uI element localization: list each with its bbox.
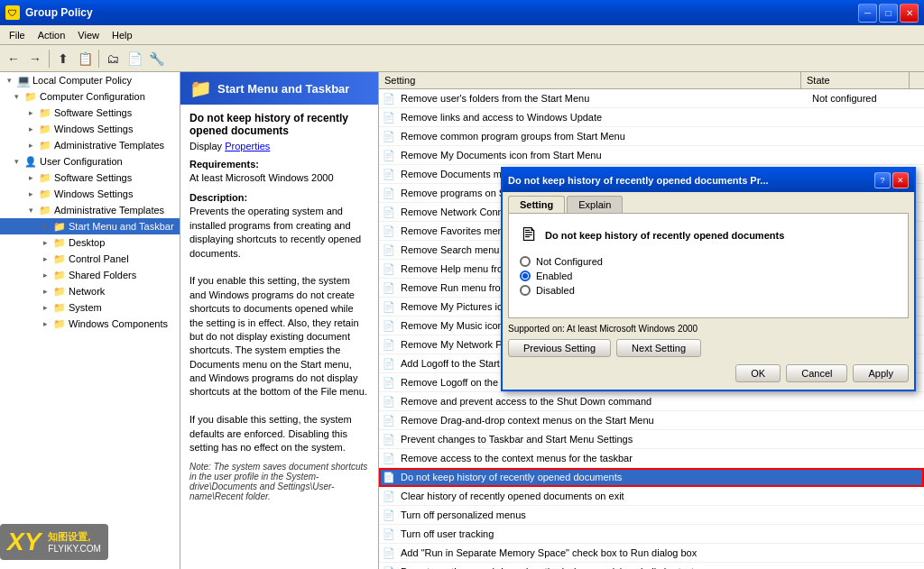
radio-btn-disabled[interactable] <box>520 285 531 296</box>
dialog-setting-header: 🖹 Do not keep history of recently opened… <box>520 225 897 245</box>
watermark: XY 知图设置, FLYIKY.COM <box>0 524 108 560</box>
dialog-tab-explain[interactable]: Explain <box>567 196 623 213</box>
previous-setting-button[interactable]: Previous Setting <box>508 339 611 357</box>
dialog-overlay: Do not keep history of recently opened d… <box>0 0 924 569</box>
dialog-content: 🖹 Do not keep history of recently opened… <box>508 213 909 318</box>
watermark-url: FLYIKY.COM <box>48 544 101 554</box>
dialog-close-button[interactable]: ✕ <box>892 172 909 188</box>
apply-button[interactable]: Apply <box>853 364 909 382</box>
watermark-xy: XY <box>7 528 41 556</box>
dialog-setting-icon: 🖹 <box>520 225 538 245</box>
radio-btn-not-configured[interactable] <box>520 256 531 267</box>
dialog-setting-title: Do not keep history of recently opened d… <box>545 230 784 241</box>
radio-disabled[interactable]: Disabled <box>520 285 897 296</box>
dialog-title-text: Do not keep history of recently opened d… <box>508 175 871 186</box>
dialog-supported-text: At least Microsoft Windows 2000 <box>567 324 698 334</box>
dialog-tabs: Setting Explain <box>503 192 914 213</box>
watermark-text1: 知图设置, <box>48 530 101 544</box>
radio-not-configured[interactable]: Not Configured <box>520 256 897 267</box>
ok-button[interactable]: OK <box>735 364 781 382</box>
radio-group: Not Configured Enabled Disabled <box>520 256 897 296</box>
policy-dialog: Do not keep history of recently opened d… <box>501 167 916 391</box>
dialog-nav-section: Previous Setting Next Setting <box>503 337 914 361</box>
radio-btn-enabled[interactable] <box>520 271 531 281</box>
dialog-supported-section: Supported on: At least Microsoft Windows… <box>503 324 914 337</box>
radio-enabled[interactable]: Enabled <box>520 271 897 281</box>
dialog-actions: OK Cancel Apply <box>503 361 914 390</box>
dialog-tab-setting[interactable]: Setting <box>508 196 565 213</box>
radio-label-not-configured: Not Configured <box>536 256 603 267</box>
next-setting-button[interactable]: Next Setting <box>616 339 701 357</box>
cancel-button[interactable]: Cancel <box>786 364 847 382</box>
dialog-window-controls: ? ✕ <box>874 172 909 188</box>
dialog-supported-label: Supported on: <box>508 324 565 334</box>
dialog-help-button[interactable]: ? <box>874 172 891 188</box>
radio-label-disabled: Disabled <box>536 285 575 296</box>
dialog-title-bar: Do not keep history of recently opened d… <box>503 169 914 192</box>
radio-label-enabled: Enabled <box>536 271 572 281</box>
